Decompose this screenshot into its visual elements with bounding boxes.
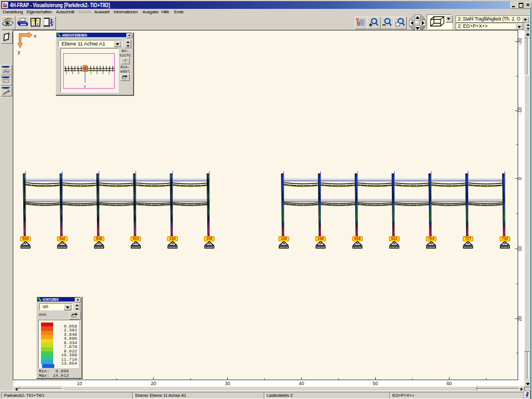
svg-text:10: 10 <box>517 246 523 252</box>
svg-text:50: 50 <box>373 381 378 386</box>
svg-text:0: 0 <box>517 177 523 180</box>
svg-text:10: 10 <box>77 381 83 386</box>
svg-text:40: 40 <box>299 381 304 386</box>
svg-text:30: 30 <box>225 381 231 386</box>
svg-text:60: 60 <box>447 381 452 386</box>
svg-text:20: 20 <box>151 381 156 386</box>
svg-text:20: 20 <box>517 316 523 321</box>
svg-text:-20: -20 <box>517 38 523 45</box>
svg-text:-10: -10 <box>517 108 523 115</box>
svg-text:z: z <box>84 84 86 89</box>
